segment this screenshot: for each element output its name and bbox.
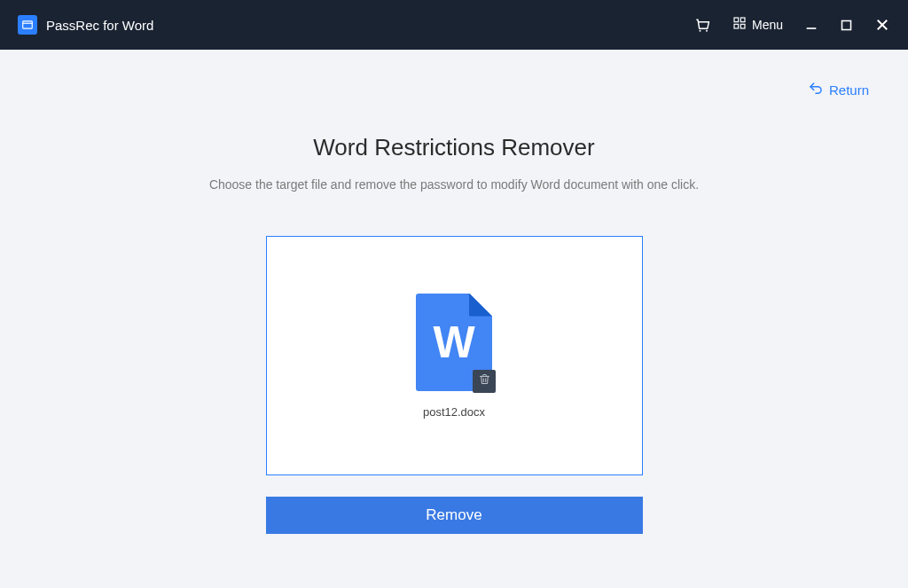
svg-rect-0 — [23, 21, 33, 28]
svg-point-3 — [706, 30, 708, 32]
delete-file-button[interactable] — [473, 370, 496, 393]
trash-icon — [478, 372, 491, 389]
app-title: PassRec for Word — [46, 18, 153, 33]
filename: post12.docx — [423, 405, 485, 419]
apps-icon — [732, 16, 747, 34]
window-controls — [804, 17, 890, 33]
svg-point-2 — [699, 30, 701, 32]
minimize-icon[interactable] — [804, 18, 818, 32]
svg-rect-5 — [740, 18, 745, 22]
svg-rect-9 — [842, 20, 851, 29]
page-subtitle: Choose the target file and remove the pa… — [209, 177, 699, 192]
titlebar: PassRec for Word Menu — [0, 0, 908, 50]
return-label: Return — [829, 82, 869, 98]
maximize-icon[interactable] — [840, 19, 853, 32]
menu-label: Menu — [752, 18, 783, 32]
return-icon — [808, 81, 824, 99]
file-drop-zone[interactable]: W post12.docx — [266, 236, 643, 475]
menu-button[interactable]: Menu — [732, 16, 783, 34]
page-title: Word Restrictions Remover — [313, 134, 594, 161]
titlebar-left: PassRec for Word — [18, 15, 153, 35]
file-icon-wrapper: W — [416, 294, 492, 391]
remove-button[interactable]: Remove — [266, 497, 643, 534]
main-section: Word Restrictions Remover Choose the tar… — [35, 67, 873, 534]
close-icon[interactable] — [874, 17, 890, 33]
svg-rect-4 — [734, 18, 739, 22]
titlebar-right: Menu — [693, 16, 890, 34]
svg-rect-7 — [740, 24, 745, 28]
cart-icon[interactable] — [693, 16, 711, 34]
app-icon — [18, 15, 37, 35]
content-area: Return Word Restrictions Remover Choose … — [0, 50, 908, 588]
return-link[interactable]: Return — [808, 81, 869, 99]
svg-rect-6 — [734, 24, 739, 28]
